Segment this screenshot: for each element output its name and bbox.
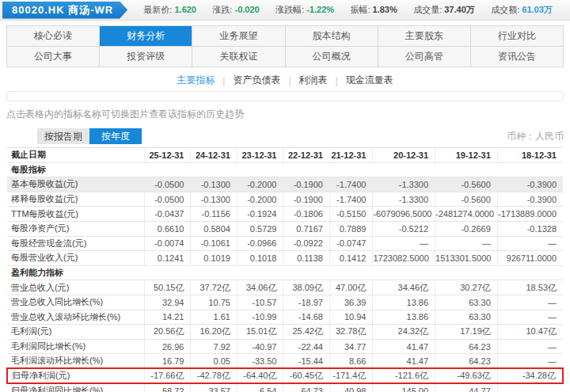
currency-label: 币种：人民币 <box>507 130 564 143</box>
indicator-label[interactable]: 营业总收入滚动环比增长(%) <box>7 310 144 325</box>
indicator-label[interactable]: 归母净利润(元) <box>7 368 144 383</box>
indicator-label[interactable]: 每股营业收入(元) <box>7 251 144 266</box>
indicator-label[interactable]: 毛利润滚动环比增长(%) <box>7 354 144 369</box>
indicator-value: -1.7400 <box>329 177 372 192</box>
indicator-value: — <box>497 236 563 251</box>
nav-tab-财务分析[interactable]: 财务分析 <box>99 26 192 46</box>
indicator-value: 0.1138 <box>283 251 330 266</box>
quote-field: 涨跌: -0.020 <box>212 4 259 16</box>
indicator-value: 0.5804 <box>191 221 238 236</box>
indicator-label[interactable]: 营业总收入(元) <box>7 280 144 295</box>
indicator-value: 32.78亿 <box>329 325 372 340</box>
indicator-label[interactable]: TTM每股收益(元) <box>7 207 144 222</box>
indicator-label[interactable]: 归母净利润同比增长(%) <box>7 383 144 392</box>
indicator-value: -0.3900 <box>497 177 563 192</box>
nav-tab-主要股东[interactable]: 主要股东 <box>378 26 470 46</box>
date-column-header: 25-12-31 <box>144 148 191 163</box>
indicator-value: 0.6610 <box>144 221 191 236</box>
indicator-value: -33.50 <box>237 354 283 369</box>
indicator-value: -2481274.0000 <box>435 207 498 222</box>
indicator-table: 截止日期25-12-3124-12-3123-12-3122-12-3121-1… <box>6 147 564 392</box>
collapsed-chart-strip[interactable] <box>6 91 564 101</box>
indicator-value: -0.0074 <box>144 236 191 251</box>
table-row: 营业总收入滚动环比增长(%)14.211.61-10.99-14.6810.94… <box>7 310 563 325</box>
quote-field-value: -1.22% <box>306 5 334 14</box>
indicator-value: 926711.0000 <box>497 251 563 266</box>
table-row: 毛利润滚动环比增长(%)16.790.05-33.50-15.448.6641.… <box>7 354 563 369</box>
indicator-value: 10.47亿 <box>497 325 563 340</box>
indicator-value: 38.09亿 <box>283 280 330 295</box>
table-row: 每股净资产(元)0.66100.58040.57290.71670.7889-0… <box>7 221 563 236</box>
nav-tab-公司高管[interactable]: 公司高管 <box>378 47 470 67</box>
indicator-value: -6.54 <box>237 383 283 392</box>
stock-badge: 80020.HK 商汤-WR <box>2 2 127 19</box>
indicator-value: -0.1900 <box>283 177 330 192</box>
indicator-label[interactable]: 毛利润(元) <box>7 325 144 340</box>
indicator-value: — <box>497 354 563 369</box>
subnav-item-资产负债表[interactable]: 资产负债表 <box>233 74 280 87</box>
indicator-value: -0.2000 <box>237 192 283 207</box>
by-year-button[interactable]: 按年度 <box>89 128 142 144</box>
nav-tab-核心必读[interactable]: 核心必读 <box>7 26 99 46</box>
date-column-header: 24-12-31 <box>191 148 238 163</box>
by-report-period-button[interactable]: 按报告期 <box>37 128 89 144</box>
indicator-value: 30.27亿 <box>435 280 498 295</box>
indicator-label[interactable]: 每股净资产(元) <box>7 221 144 236</box>
indicator-value: -0.0500 <box>144 192 191 207</box>
nav-tab-业务展望[interactable]: 业务展望 <box>192 26 284 46</box>
indicator-value: 0.1412 <box>329 251 372 266</box>
indicator-value: 20.56亿 <box>144 325 191 340</box>
indicator-value: -0.2669 <box>435 221 498 236</box>
table-row: 营业总收入(元)50.15亿37.72亿34.06亿38.09亿47.00亿34… <box>7 280 563 295</box>
indicator-value: 0.7889 <box>329 221 372 236</box>
subnav-item-利润表[interactable]: 利润表 <box>299 74 328 87</box>
table-row: 稀释每股收益(元)-0.0500-0.1300-0.2000-0.1900-1.… <box>7 192 563 207</box>
indicator-label[interactable]: 毛利润同比增长(%) <box>7 339 144 354</box>
indicator-value: 1723082.5000 <box>373 251 435 266</box>
section-header-row: 每股指标 <box>7 162 563 177</box>
indicator-value: — <box>497 310 563 325</box>
indicator-value: -121.6亿 <box>373 368 435 383</box>
indicator-value: -18.97 <box>283 295 330 310</box>
indicator-value: -145.00 <box>373 383 435 392</box>
indicator-value: -0.1061 <box>191 236 238 251</box>
quote-field-value: 37.40万 <box>444 5 475 14</box>
subnav-item-现金流量表[interactable]: 现金流量表 <box>346 74 393 87</box>
indicator-value: -1713889.0000 <box>497 207 563 222</box>
indicator-value: -0.3900 <box>497 192 563 207</box>
indicator-label[interactable]: 基本每股收益(元) <box>7 177 144 192</box>
indicator-value: -10.57 <box>237 295 283 310</box>
indicator-value: -14.68 <box>283 310 330 325</box>
indicator-value: -34.28亿 <box>497 368 563 383</box>
table-header-row: 截止日期25-12-3124-12-3123-12-3122-12-3121-1… <box>7 148 563 163</box>
indicator-value: 7.92 <box>191 339 238 354</box>
table-row: 毛利润同比增长(%)26.967.92-40.97-22.4434.7741.4… <box>7 339 563 354</box>
date-column-header: 23-12-31 <box>237 148 283 163</box>
nav-tab-公司大事[interactable]: 公司大事 <box>7 47 99 67</box>
indicator-value: 64.23 <box>435 354 498 369</box>
table-row: 基本每股收益(元)-0.0500-0.1300-0.2000-0.1900-1.… <box>7 177 563 192</box>
quote-fields: 最新价: 1.620涨跌: -0.020涨跌幅: -1.22%振幅: 1.83%… <box>127 4 570 16</box>
nav-tab-行业对比[interactable]: 行业对比 <box>470 26 563 46</box>
indicator-label[interactable]: 营业总收入同比增长(%) <box>7 295 144 310</box>
indicator-value: 26.96 <box>144 339 191 354</box>
nav-tab-投资评级[interactable]: 投资评级 <box>99 47 192 67</box>
nav-tab-资讯公告[interactable]: 资讯公告 <box>470 47 563 67</box>
nav-tab-股本结构[interactable]: 股本结构 <box>285 26 378 46</box>
indicator-value: 0.1241 <box>144 251 191 266</box>
indicator-label[interactable]: 每股经营现金流(元) <box>7 236 144 251</box>
indicator-value: -15.44 <box>283 354 330 369</box>
indicator-value: 10.75 <box>191 295 238 310</box>
nav-tab-关联权证[interactable]: 关联权证 <box>192 47 284 67</box>
subnav-item-主要指标[interactable]: 主要指标 <box>177 74 215 87</box>
nav-tab-公司概况[interactable]: 公司概况 <box>285 47 378 67</box>
indicator-value: 64.73 <box>283 383 330 392</box>
period-toolbar: 按报告期 按年度 币种：人民币 <box>6 128 564 144</box>
indicator-value: 34.77 <box>329 339 372 354</box>
indicator-value: 63.30 <box>435 295 498 310</box>
quote-field-value: 1.83% <box>373 5 397 14</box>
indicator-value: -0.1300 <box>191 192 238 207</box>
indicator-value: -1.3300 <box>373 177 435 192</box>
indicator-label[interactable]: 稀释每股收益(元) <box>7 192 144 207</box>
quote-field-value: 61.03万 <box>522 5 553 14</box>
